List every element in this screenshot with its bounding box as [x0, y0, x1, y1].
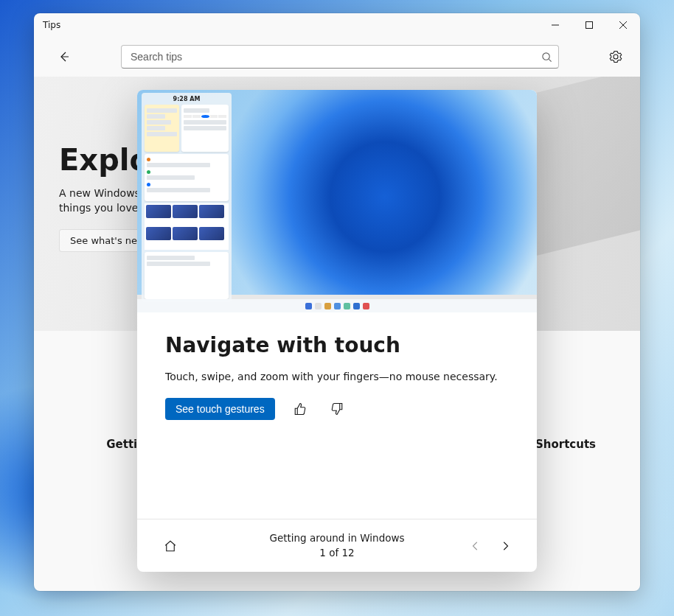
search-input[interactable]: [131, 51, 541, 63]
minimize-icon: [552, 21, 559, 29]
maximize-icon: [586, 21, 593, 29]
widgets-panel-illustration: 9:28 AM: [142, 93, 232, 302]
tips-app-window: Tips Explore A n: [34, 13, 640, 591]
tip-card: 9:28 AM: [137, 90, 537, 572]
close-button[interactable]: [606, 13, 640, 37]
see-touch-gestures-button[interactable]: See touch gestures: [165, 398, 275, 420]
home-icon: [164, 539, 177, 553]
home-button[interactable]: [158, 533, 183, 559]
chevron-right-icon: [500, 541, 510, 551]
tip-taskbar-illustration: [137, 299, 537, 312]
next-tip-button[interactable]: [494, 535, 516, 557]
back-button[interactable]: [50, 43, 78, 71]
tip-image: 9:28 AM: [137, 90, 537, 312]
tip-footer: Getting around in Windows 1 of 12: [137, 519, 537, 572]
content-area: Explore A new Windows things you love Se…: [34, 77, 640, 591]
search-box[interactable]: [121, 45, 559, 69]
titlebar: Tips: [34, 13, 640, 37]
back-arrow-icon: [58, 51, 70, 63]
thumbs-down-button[interactable]: [325, 397, 349, 421]
tip-actions: See touch gestures: [165, 397, 509, 421]
thumbs-up-icon: [293, 402, 307, 416]
thumbs-down-icon: [330, 402, 344, 416]
tip-body: Navigate with touch Touch, swipe, and zo…: [137, 312, 537, 519]
gear-icon: [609, 50, 622, 63]
search-icon: [541, 52, 552, 63]
thumbs-up-button[interactable]: [288, 397, 312, 421]
close-icon: [619, 21, 627, 29]
minimize-button[interactable]: [538, 13, 572, 37]
svg-point-1: [543, 52, 549, 59]
svg-rect-0: [586, 22, 593, 29]
app-header: [34, 37, 640, 77]
window-title: Tips: [43, 20, 60, 30]
chevron-left-icon: [470, 541, 481, 551]
settings-button[interactable]: [602, 43, 630, 71]
hero-subtitle-line1: A new Windows: [59, 187, 140, 199]
tip-title: Navigate with touch: [165, 333, 509, 357]
tip-description: Touch, swipe, and zoom with your fingers…: [165, 371, 509, 382]
widgets-time: 9:28 AM: [145, 96, 229, 102]
previous-tip-button[interactable]: [465, 535, 487, 557]
hero-subtitle-line2: things you love: [59, 202, 138, 214]
maximize-button[interactable]: [572, 13, 606, 37]
